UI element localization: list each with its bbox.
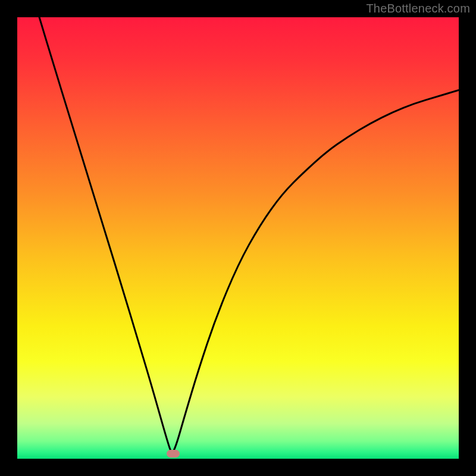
optimum-marker [167, 450, 180, 458]
plot-background [17, 17, 459, 459]
bottleneck-plot [17, 17, 459, 459]
watermark-text: TheBottleneck.com [366, 2, 470, 15]
chart-frame: TheBottleneck.com [0, 0, 476, 476]
